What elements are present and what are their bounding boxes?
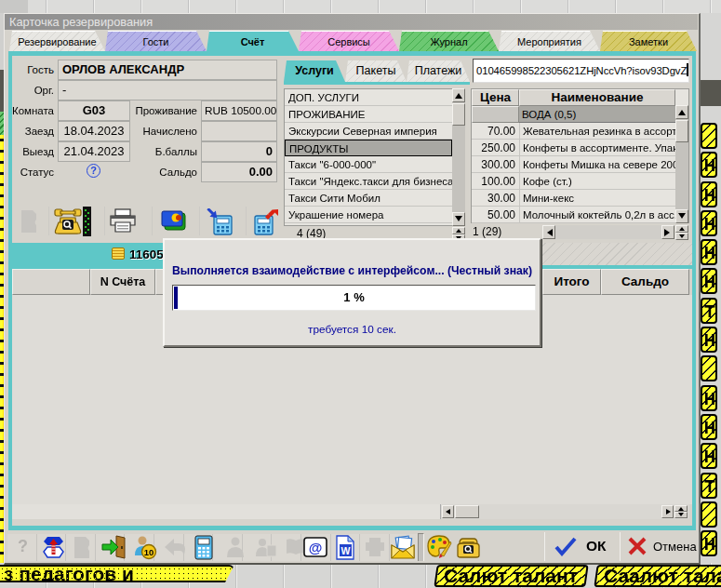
svg-text:10: 10: [144, 547, 154, 557]
svg-text:W: W: [341, 545, 351, 556]
svg-text:@: @: [309, 540, 323, 555]
